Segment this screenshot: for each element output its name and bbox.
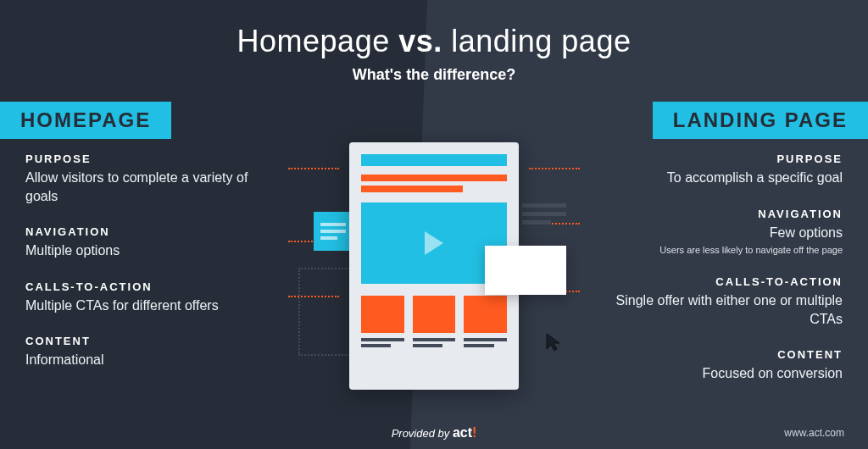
label: NAVIGATION: [25, 225, 280, 238]
text: Few options: [588, 224, 843, 242]
homepage-tab-label: HOMEPAGE: [20, 108, 151, 132]
floating-card-left: [314, 212, 353, 251]
play-icon: [425, 231, 443, 255]
brand-name: act: [453, 425, 472, 440]
landing-page-tab-label: LANDING PAGE: [673, 108, 848, 132]
text: Informational: [25, 351, 280, 369]
mock-subheader-line-short: [361, 186, 463, 192]
label: CONTENT: [25, 335, 280, 347]
label: CALLS-TO-ACTION: [588, 275, 843, 288]
infographic-stage: Homepage vs. landing page What's the dif…: [0, 0, 868, 449]
footer-credit: Provided by act!: [0, 425, 868, 441]
homepage-tab: HOMEPAGE: [0, 102, 171, 139]
homepage-content: CONTENT Informational: [25, 335, 280, 369]
homepage-column: PURPOSE Allow visitors to complete a var…: [25, 152, 280, 390]
cursor-icon: [544, 332, 565, 352]
text: Multiple CTAs for different offers: [25, 297, 280, 315]
label: CALLS-TO-ACTION: [25, 280, 280, 293]
title-part-1: Homepage: [237, 24, 399, 58]
label: CONTENT: [588, 348, 843, 361]
subtext: Users are less likely to navigate off th…: [588, 245, 843, 255]
homepage-cta: CALLS-TO-ACTION Multiple CTAs for differ…: [25, 280, 280, 315]
title-vs: vs.: [398, 24, 442, 58]
footer-url: www.act.com: [784, 427, 844, 439]
label: NAVIGATION: [588, 208, 843, 220]
main-title: Homepage vs. landing page: [0, 24, 868, 59]
mock-tile-row: [361, 296, 507, 350]
text: Single offer with either one or multiple…: [588, 291, 843, 328]
mock-tile: [413, 296, 456, 350]
homepage-navigation: NAVIGATION Multiple options: [25, 225, 280, 260]
label: PURPOSE: [25, 152, 280, 165]
title-part-2: landing page: [442, 24, 632, 58]
landing-cta: CALLS-TO-ACTION Single offer with either…: [588, 275, 843, 328]
floating-lines-right: [522, 203, 566, 229]
label: PURPOSE: [588, 152, 843, 165]
floating-card-right: [485, 246, 566, 295]
landing-purpose: PURPOSE To accomplish a specific goal: [588, 152, 843, 187]
landing-content: CONTENT Focused on conversion: [588, 348, 843, 383]
text: Focused on conversion: [588, 364, 843, 383]
text: Multiple options: [25, 241, 280, 260]
mock-header-bar: [361, 154, 507, 166]
subtitle: What's the difference?: [0, 66, 868, 84]
brand-exclamation: !: [472, 425, 476, 440]
landing-column: PURPOSE To accomplish a specific goal NA…: [588, 152, 843, 403]
landing-navigation: NAVIGATION Few options Users are less li…: [588, 208, 843, 256]
brand-logo: act!: [453, 425, 476, 440]
text: To accomplish a specific goal: [588, 169, 843, 187]
mock-tile: [464, 296, 507, 350]
text: Allow visitors to complete a variety of …: [25, 169, 280, 205]
mock-tile: [361, 296, 404, 350]
landing-page-tab: LANDING PAGE: [653, 102, 868, 139]
connector-line: [529, 168, 580, 169]
mock-subheader-line: [361, 175, 507, 181]
homepage-purpose: PURPOSE Allow visitors to complete a var…: [25, 152, 280, 205]
connector-line: [288, 168, 339, 169]
provided-by: Provided by: [392, 427, 453, 440]
